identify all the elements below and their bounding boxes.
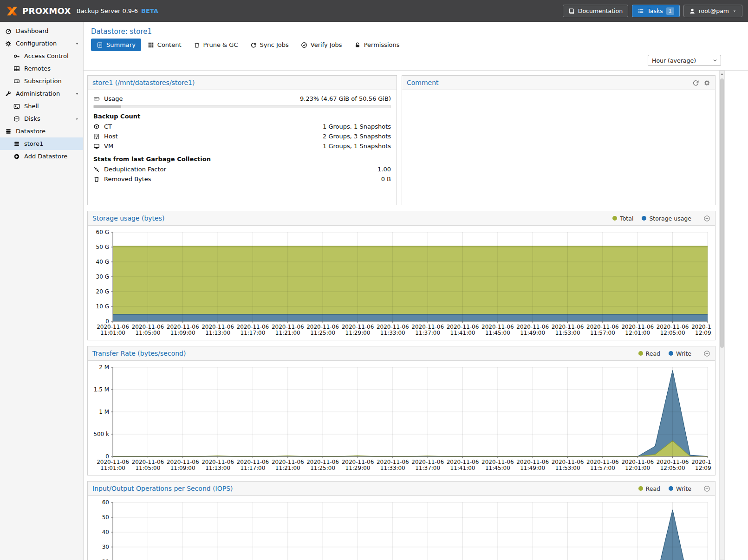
gauge-icon — [5, 28, 12, 34]
svg-text:2020-11-06: 2020-11-06 — [306, 324, 339, 330]
sidebar-item-administration[interactable]: Administration — [0, 87, 83, 100]
tab-content[interactable]: Content — [142, 39, 187, 51]
triangle-right-icon[interactable] — [75, 117, 79, 121]
iops-panel: Input/Output Operations per Second (IOPS… — [87, 481, 715, 560]
svg-text:12:09:00: 12:09:00 — [695, 465, 712, 471]
storage-usage-title: Storage usage (bytes) — [92, 215, 164, 222]
scroll-up-button[interactable] — [720, 71, 724, 78]
collapse-chart-icon[interactable] — [703, 485, 710, 492]
svg-text:2020-11-06: 2020-11-06 — [202, 459, 234, 465]
svg-text:2020-11-06: 2020-11-06 — [552, 459, 584, 465]
documentation-button[interactable]: Documentation — [563, 5, 628, 17]
svg-text:2020-11-06: 2020-11-06 — [657, 324, 689, 330]
svg-text:12:01:00: 12:01:00 — [625, 465, 650, 471]
svg-text:11:05:00: 11:05:00 — [135, 330, 160, 336]
sidebar-item-label: Shell — [24, 103, 39, 110]
svg-text:11:01:00: 11:01:00 — [100, 465, 125, 471]
svg-text:2020-11-06: 2020-11-06 — [447, 324, 479, 330]
sidebar-item-label: Dashboard — [16, 27, 49, 34]
summary-panel-title: store1 (/mnt/datastores/store1) — [92, 79, 195, 86]
transfer-rate-title: Transfer Rate (bytes/second) — [92, 350, 186, 357]
svg-text:2020-11-06: 2020-11-06 — [411, 324, 444, 330]
legend-item-write[interactable]: Write — [669, 350, 691, 357]
iops-title: Input/Output Operations per Second (IOPS… — [92, 485, 233, 492]
svg-text:2020-11-06: 2020-11-06 — [552, 324, 584, 330]
legend-item-total[interactable]: Total — [612, 215, 633, 222]
chart-legend: TotalStorage usage — [612, 215, 691, 222]
reload-icon[interactable] — [692, 79, 699, 86]
tab-summary[interactable]: Summary — [91, 39, 141, 51]
tasks-label: Tasks — [647, 7, 663, 14]
svg-text:11:01:00: 11:01:00 — [100, 330, 125, 336]
collapse-chart-icon[interactable] — [703, 350, 710, 357]
sidebar-item-label: Remotes — [24, 65, 51, 72]
tab-label: Permissions — [364, 41, 400, 48]
usage-row: Usage 9.23% (4.67 GiB of 50.56 GiB) — [93, 94, 391, 104]
sidebar-item-subscription[interactable]: Subscription — [0, 75, 83, 87]
svg-text:11:13:00: 11:13:00 — [205, 465, 230, 471]
svg-text:2020-11-06: 2020-11-06 — [411, 459, 444, 465]
sidebar-item-access-control[interactable]: Access Control — [0, 50, 83, 62]
sidebar-item-remotes[interactable]: Remotes — [0, 62, 83, 75]
svg-text:11:37:00: 11:37:00 — [415, 330, 440, 336]
svg-text:12:01:00: 12:01:00 — [625, 330, 650, 336]
legend-item-storage-usage[interactable]: Storage usage — [642, 215, 691, 222]
sidebar-item-datastore[interactable]: Datastore — [0, 125, 83, 137]
gear-icon[interactable] — [703, 79, 710, 86]
svg-text:2020-11-06: 2020-11-06 — [237, 459, 269, 465]
sidebar-item-add-datastore[interactable]: Add Datastore — [0, 150, 83, 163]
legend-item-write[interactable]: Write — [669, 485, 691, 492]
sidebar-item-label: Configuration — [16, 40, 57, 47]
chart-toolbar: Hour (average) — [84, 51, 748, 71]
tab-bar: SummaryContentPrune & GCSync JobsVerify … — [91, 39, 748, 51]
legend-item-read[interactable]: Read — [638, 485, 660, 492]
svg-text:2020-11-06: 2020-11-06 — [691, 324, 712, 330]
legend-label: Write — [676, 485, 691, 492]
row-label: Host — [104, 133, 118, 140]
main-area: Datastore: store1 SummaryContentPrune & … — [84, 22, 748, 560]
top-bar: PROXMOX Backup Server 0.9-6 BETA Documen… — [0, 0, 748, 22]
sidebar-item-store1[interactable]: store1 — [0, 137, 83, 150]
svg-text:30 G: 30 G — [96, 273, 109, 280]
svg-text:11:57:00: 11:57:00 — [590, 465, 615, 471]
sidebar-item-label: Datastore — [16, 128, 46, 135]
storage-usage-body: 010 G20 G30 G40 G50 G60 G2020-11-0611:01… — [88, 226, 715, 340]
triangle-down-icon[interactable] — [75, 41, 79, 46]
svg-text:20 G: 20 G — [96, 288, 109, 295]
refresh-icon — [250, 42, 257, 48]
svg-text:2020-11-06: 2020-11-06 — [621, 459, 654, 465]
tab-prune-gc[interactable]: Prune & GC — [188, 39, 244, 51]
unlock-icon — [354, 42, 361, 48]
svg-text:40 G: 40 G — [96, 259, 109, 265]
row-value: 1 Groups, 1 Snapshots — [323, 143, 391, 150]
proxmox-logo[interactable]: PROXMOX — [6, 6, 71, 16]
svg-text:500 k: 500 k — [93, 431, 109, 437]
svg-text:11:09:00: 11:09:00 — [170, 330, 195, 336]
beta-link[interactable]: BETA — [141, 7, 158, 14]
sidebar-item-disks[interactable]: Disks — [0, 112, 83, 125]
legend-item-read[interactable]: Read — [638, 350, 660, 357]
sidebar-item-configuration[interactable]: Configuration — [0, 37, 83, 50]
user-menu-button[interactable]: root@pam — [683, 5, 742, 17]
svg-text:2020-11-06: 2020-11-06 — [481, 324, 514, 330]
chart-legend: ReadWrite — [638, 350, 691, 357]
tab-sync-jobs[interactable]: Sync Jobs — [245, 39, 294, 51]
comment-panel-title: Comment — [407, 79, 439, 86]
sidebar-item-shell[interactable]: Shell — [0, 100, 83, 112]
legend-dot-icon — [638, 351, 643, 356]
tab-permissions[interactable]: Permissions — [349, 39, 405, 51]
tasks-button[interactable]: Tasks 1 — [632, 5, 680, 17]
proxmox-x-icon — [6, 6, 19, 16]
svg-text:60 G: 60 G — [96, 229, 109, 235]
triangle-down-icon[interactable] — [75, 91, 79, 96]
sidebar-item-dashboard[interactable]: Dashboard — [0, 25, 83, 37]
row-label: VM — [104, 143, 113, 150]
tab-verify-jobs[interactable]: Verify Jobs — [295, 39, 348, 51]
scrollbar-thumb[interactable] — [720, 78, 724, 348]
vertical-scrollbar[interactable] — [719, 71, 725, 560]
svg-text:2020-11-06: 2020-11-06 — [342, 324, 374, 330]
svg-text:11:21:00: 11:21:00 — [275, 465, 300, 471]
svg-text:11:17:00: 11:17:00 — [240, 465, 265, 471]
collapse-chart-icon[interactable] — [703, 215, 710, 222]
timeframe-select[interactable]: Hour (average) — [648, 55, 721, 66]
